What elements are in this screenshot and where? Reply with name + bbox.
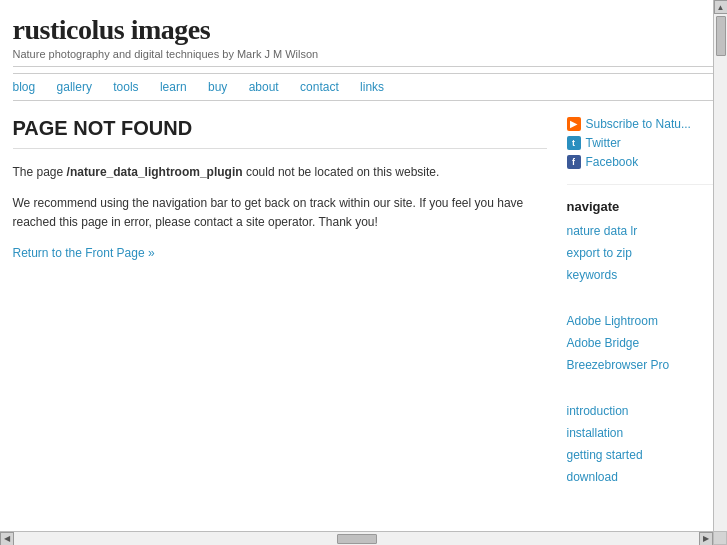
sidebar-link-adobe-bridge[interactable]: Adobe Bridge xyxy=(567,334,715,352)
nav-about[interactable]: about xyxy=(249,80,279,94)
sidebar-link-export-to-zip[interactable]: export to zip xyxy=(567,244,715,262)
page-not-found-heading: PAGE NOT FOUND xyxy=(13,117,547,149)
rss-link[interactable]: Subscribe to Natu... xyxy=(586,117,691,131)
sidebar-link-download[interactable]: download xyxy=(567,468,715,486)
sidebar-link-adobe-lightroom[interactable]: Adobe Lightroom xyxy=(567,312,715,330)
sidebar-link-installation[interactable]: installation xyxy=(567,424,715,442)
nav-tools[interactable]: tools xyxy=(113,80,138,94)
nav-contact[interactable]: contact xyxy=(300,80,339,94)
error-path: /nature_data_lightroom_plugin xyxy=(67,165,243,179)
rss-icon: ▶ xyxy=(567,117,581,131)
nav-gallery[interactable]: gallery xyxy=(57,80,92,94)
nav-links[interactable]: links xyxy=(360,80,384,94)
sidebar-link-introduction[interactable]: introduction xyxy=(567,402,715,420)
nav-buy[interactable]: buy xyxy=(208,80,227,94)
return-home-link[interactable]: Return to the Front Page » xyxy=(13,246,155,260)
sidebar-group-2: Adobe Lightroom Adobe Bridge Breezebrows… xyxy=(567,312,715,388)
main-content: PAGE NOT FOUND The page /nature_data_lig… xyxy=(13,117,547,514)
site-header: rusticolus images Nature photography and… xyxy=(13,0,715,67)
sidebar-link-keywords[interactable]: keywords xyxy=(567,266,715,284)
nav-blog[interactable]: blog xyxy=(13,80,36,94)
main-nav: blog gallery tools learn buy about conta… xyxy=(13,73,715,101)
social-twitter: t Twitter xyxy=(567,136,715,150)
site-tagline: Nature photography and digital technique… xyxy=(13,48,715,60)
twitter-link[interactable]: Twitter xyxy=(586,136,621,150)
error-recommendation: We recommend using the navigation bar to… xyxy=(13,194,547,232)
sidebar: ▶ Subscribe to Natu... t Twitter f Faceb… xyxy=(567,117,715,514)
twitter-icon: t xyxy=(567,136,581,150)
nav-learn[interactable]: learn xyxy=(160,80,187,94)
site-title: rusticolus images xyxy=(13,14,715,46)
scroll-thumb-vertical[interactable] xyxy=(716,16,726,56)
error-text-suffix: could not be located on this website. xyxy=(243,165,440,179)
social-rss: ▶ Subscribe to Natu... xyxy=(567,117,715,131)
sidebar-group-3: introduction installation getting starte… xyxy=(567,402,715,500)
facebook-link[interactable]: Facebook xyxy=(586,155,639,169)
sidebar-link-breezebrowser-pro[interactable]: Breezebrowser Pro xyxy=(567,356,715,374)
scroll-track-vertical xyxy=(715,14,727,514)
social-facebook: f Facebook xyxy=(567,155,715,169)
sidebar-group-1: nature data lr export to zip keywords xyxy=(567,222,715,298)
sidebar-link-getting-started[interactable]: getting started xyxy=(567,446,715,464)
sidebar-nav-title: navigate xyxy=(567,199,715,214)
sidebar-link-nature-data-lr[interactable]: nature data lr xyxy=(567,222,715,240)
scroll-up-button[interactable]: ▲ xyxy=(714,0,728,14)
error-text-prefix: The page xyxy=(13,165,67,179)
error-message: The page /nature_data_lightroom_plugin c… xyxy=(13,163,547,182)
sidebar-social: ▶ Subscribe to Natu... t Twitter f Faceb… xyxy=(567,117,715,185)
facebook-icon: f xyxy=(567,155,581,169)
scrollbar-vertical[interactable]: ▲ ▼ xyxy=(713,0,727,514)
